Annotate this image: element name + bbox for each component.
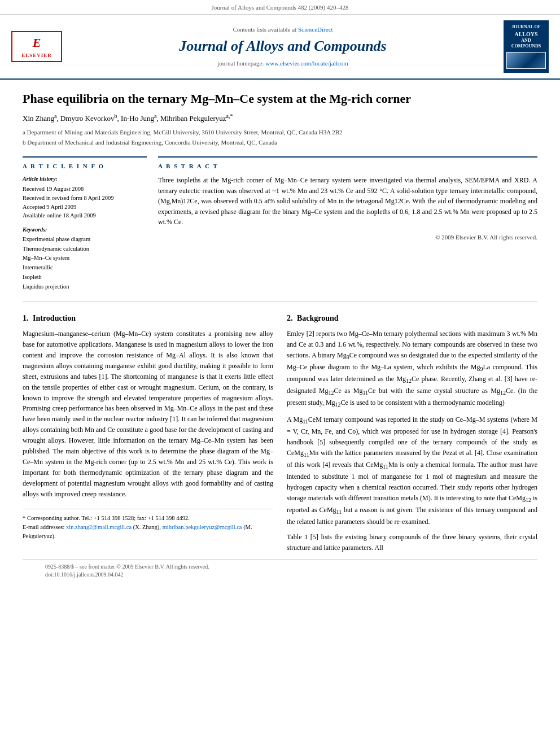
keywords-label: Keywords: xyxy=(23,226,147,234)
sciencedirect-link[interactable]: ScienceDirect xyxy=(298,26,333,33)
journal-title-area: Contents lists available at ScienceDirec… xyxy=(73,25,492,68)
history-label: Article history: xyxy=(23,175,147,183)
keyword-6: Liquidus projection xyxy=(23,283,147,291)
keywords-section: Keywords: Experimental phase diagram The… xyxy=(23,226,147,291)
issn-line: 0925-8388/$ – see front matter © 2009 El… xyxy=(45,563,515,571)
keyword-5: Isopleth xyxy=(23,273,147,282)
journal-citation: Journal of Alloys and Compounds 482 (200… xyxy=(212,4,349,11)
article-info-abstract-cols: A R T I C L E I N F O Article history: R… xyxy=(23,156,537,292)
email-link-zhang[interactable]: xin.zhang2@mail.mcgill.ca xyxy=(66,524,132,530)
keyword-2: Thermodynamic calculation xyxy=(23,245,147,254)
intro-section-title: Introduction xyxy=(33,314,76,322)
available-online: Available online 18 April 2009 xyxy=(23,211,147,220)
introduction-col: 1. Introduction Magnesium–manganese–ceri… xyxy=(23,311,273,553)
accepted: Accepted 9 April 2009 xyxy=(23,203,147,212)
footnote-email: E-mail addresses: xin.zhang2@mail.mcgill… xyxy=(23,523,273,541)
bg-section-number: 2. xyxy=(287,314,293,322)
footnote-star: * Corresponding author. Tel.: +1 514 398… xyxy=(23,514,273,523)
journal-header: E ELSEVIER Contents lists available at S… xyxy=(0,15,560,79)
table-ref-label: Table xyxy=(287,533,301,541)
journal-homepage-line: journal homepage: www.elsevier.com/locat… xyxy=(73,59,492,68)
intro-section-number: 1. xyxy=(23,314,29,322)
homepage-link[interactable]: www.elsevier.com/locate/jallcom xyxy=(265,60,348,67)
abstract-text: Three isopleths at the Mg-rich corner of… xyxy=(158,175,537,228)
footnotes-section: * Corresponding author. Tel.: +1 514 398… xyxy=(23,509,273,540)
jac-logo-line1: JOURNAL OF xyxy=(506,24,546,30)
section-divider xyxy=(23,301,537,302)
background-paragraph3: Table 1 [5] lists the existing binary co… xyxy=(287,532,537,553)
background-col: 2. Background Emley [2] reports two Mg–C… xyxy=(287,311,537,553)
abstract-title: A B S T R A C T xyxy=(158,162,537,171)
introduction-heading: 1. Introduction xyxy=(23,313,273,324)
article-history-section: Article history: Received 19 August 2008… xyxy=(23,175,147,220)
affiliation-b: b Department of Mechanical and Industria… xyxy=(23,138,537,147)
authors-line: Xin Zhanga, Dmytro Kevorkovb, In-Ho Jung… xyxy=(23,112,537,124)
bottom-bar: 0925-8388/$ – see front matter © 2009 El… xyxy=(23,559,537,582)
doi-line: doi:10.1016/j.jallcom.2009.04.042 xyxy=(45,571,515,579)
journal-citation-bar: Journal of Alloys and Compounds 482 (200… xyxy=(0,0,560,15)
sup-a3: a,* xyxy=(226,113,233,119)
affiliation-a: a Department of Mining and Materials Eng… xyxy=(23,128,537,137)
paper-title: Phase equilibria on the ternary Mg–Mn–Ce… xyxy=(23,91,537,107)
bg-section-title: Background xyxy=(297,314,339,322)
background-paragraph1: Emley [2] reports two Mg–Ce–Mn ternary p… xyxy=(287,329,537,410)
affiliations: a Department of Mining and Materials Eng… xyxy=(23,128,537,147)
article-info-col: A R T I C L E I N F O Article history: R… xyxy=(23,156,147,292)
revised: Received in revised form 8 April 2009 xyxy=(23,194,147,203)
jac-logo-line4: COMPOUNDS xyxy=(506,43,546,49)
author-mihriban: Mihriban Pekguleryuz xyxy=(160,114,226,123)
email-link-pekguleryuz[interactable]: mihriban.pekguleryuz@mcgill.ca xyxy=(163,524,242,530)
author-dmytro: Dmytro Kevorkov xyxy=(60,114,115,123)
author-xin: Xin Zhang xyxy=(23,114,54,123)
keyword-3: Mg–Mn–Ce system xyxy=(23,254,147,263)
abstract-col: A B S T R A C T Three isopleths at the M… xyxy=(158,156,537,292)
journal-logo-box: JOURNAL OF ALLOYS AND COMPOUNDS xyxy=(504,20,549,72)
author-inho: In-Ho Jung xyxy=(121,114,154,123)
article-info-title: A R T I C L E I N F O xyxy=(23,162,147,171)
background-paragraph2: A Mg11CeM ternary compound was reported … xyxy=(287,414,537,528)
jac-logo-line2: ALLOYS xyxy=(506,30,546,38)
jac-logo-line3: AND xyxy=(506,38,546,43)
introduction-paragraph: Magnesium–manganese–cerium (Mg–Mn–Ce) sy… xyxy=(23,329,273,500)
paper-body: Phase equilibria on the ternary Mg–Mn–Ce… xyxy=(0,80,560,594)
contents-available-line: Contents lists available at ScienceDirec… xyxy=(73,25,492,34)
body-content-cols: 1. Introduction Magnesium–manganese–ceri… xyxy=(23,311,537,553)
journal-title: Journal of Alloys and Compounds xyxy=(73,36,492,56)
keyword-4: Intermetallic xyxy=(23,264,147,272)
copyright-line: © 2009 Elsevier B.V. All rights reserved… xyxy=(158,233,537,242)
keyword-1: Experimental phase diagram xyxy=(23,235,147,244)
background-heading: 2. Background xyxy=(287,313,537,324)
received1: Received 19 August 2008 xyxy=(23,185,147,194)
elsevier-logo: E ELSEVIER xyxy=(11,31,62,62)
